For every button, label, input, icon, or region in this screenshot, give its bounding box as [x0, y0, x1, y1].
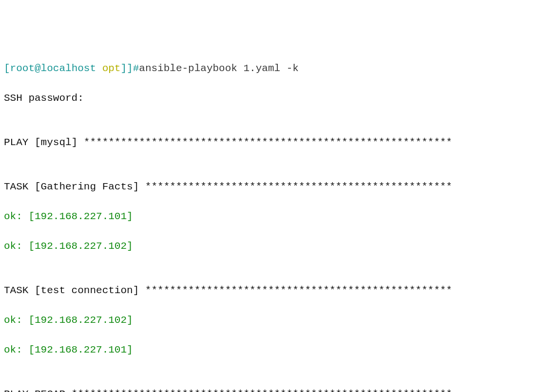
ok-host-3: ok: [192.168.227.102] [4, 313, 534, 328]
play-header: PLAY [mysql] ***************************… [4, 135, 534, 150]
task-gathering-header: TASK [Gathering Facts] *****************… [4, 180, 534, 194]
bracket-open: [ [4, 63, 10, 74]
ok-host-4: ok: [192.168.227.101] [4, 343, 534, 357]
task-test-header: TASK [test connection] *****************… [4, 283, 534, 298]
user-host: root@localhost [10, 63, 96, 74]
ssh-password-line: SSH password: [4, 91, 534, 106]
command-text: ansible-playbook 1.yaml -k [139, 63, 299, 74]
ok-host-1: ok: [192.168.227.101] [4, 209, 534, 224]
cwd: opt [96, 63, 120, 74]
recap-header: PLAY RECAP *****************************… [4, 387, 534, 392]
prompt-line: [root@localhost opt]]#ansible-playbook 1… [4, 61, 534, 76]
ok-host-2: ok: [192.168.227.102] [4, 239, 534, 254]
bracket-close: ]]# [120, 63, 139, 74]
